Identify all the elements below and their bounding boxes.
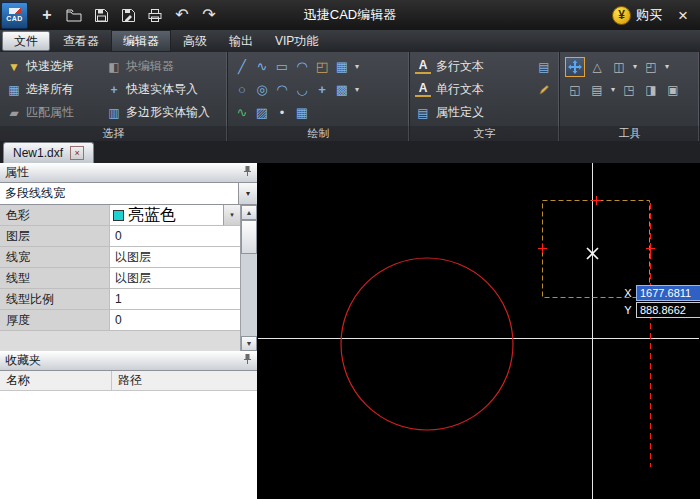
coord-x-input[interactable]: 1677.6811	[636, 285, 700, 301]
tools-dropdown-1-icon[interactable]: ▾	[631, 62, 639, 71]
property-category-value: 多段线线宽	[0, 183, 238, 204]
property-value[interactable]: 1	[110, 289, 240, 309]
table-icon[interactable]: ▦	[293, 103, 311, 122]
property-row-color: 色彩 亮蓝色 ▾	[0, 205, 240, 226]
copy-tool-icon[interactable]: ◰	[641, 57, 661, 77]
buy-button[interactable]: ¥ 购买	[612, 6, 662, 25]
select-all-icon: ▦	[7, 83, 21, 97]
menu-editor[interactable]: 编辑器	[111, 30, 171, 52]
pattern-dropdown-icon[interactable]: ▾	[353, 62, 361, 71]
arc-bottom-icon[interactable]: ◡	[293, 80, 311, 99]
open-folder-icon[interactable]	[63, 4, 85, 26]
singleline-text-label: 单行文本	[436, 81, 484, 98]
coord-x-label: X	[624, 287, 632, 299]
property-value[interactable]: 以图层	[110, 247, 240, 267]
rectangle-icon[interactable]: ▭	[273, 57, 291, 76]
drawing-area[interactable]: X 1677.6811 Y 888.8662	[258, 163, 700, 499]
undo-icon[interactable]: ↶	[171, 4, 193, 26]
app-logo: CAD	[1, 2, 28, 29]
coord-y-input[interactable]: 888.8662	[636, 302, 700, 318]
color-value: 亮蓝色	[128, 205, 176, 226]
ellipse-icon[interactable]: ◎	[253, 80, 271, 99]
favorites-col-path[interactable]: 路径	[112, 371, 257, 390]
property-value[interactable]: 以图层	[110, 268, 240, 288]
document-tab[interactable]: New1.dxf ×	[3, 142, 94, 163]
rotate-tool-icon[interactable]: △	[587, 57, 607, 77]
tools-dropdown-2-icon[interactable]: ▾	[663, 62, 671, 71]
buy-label: 购买	[636, 6, 662, 24]
quick-select-button[interactable]: ▼ 快速选择	[5, 58, 105, 75]
save-icon[interactable]	[90, 4, 112, 26]
offset-tool-icon[interactable]: ◱	[565, 80, 585, 100]
menu-advanced[interactable]: 高级	[172, 30, 218, 52]
edit-text-pencil-icon[interactable]	[534, 84, 554, 96]
scroll-down-icon[interactable]: ▼	[241, 336, 257, 351]
attribute-definition-button[interactable]: ▤ 属性定义	[415, 101, 554, 124]
point-plus-icon[interactable]: +	[313, 80, 331, 99]
redo-icon[interactable]: ↷	[198, 4, 220, 26]
line-icon[interactable]: ╱	[233, 57, 251, 76]
select-all-button[interactable]: ▦ 选择所有	[5, 81, 105, 98]
property-label: 线型	[0, 268, 110, 288]
print-icon[interactable]	[144, 4, 166, 26]
arc-icon[interactable]: ◠	[293, 57, 311, 76]
menu-vip[interactable]: VIP功能	[264, 30, 329, 52]
coordinate-readout: X 1677.6811 Y 888.8662	[624, 285, 700, 319]
block-editor-label: 块编辑器	[126, 58, 174, 75]
property-value[interactable]: 0	[110, 310, 240, 330]
point-icon[interactable]: •	[273, 103, 291, 122]
hatch-fill-icon[interactable]: ▩	[333, 80, 351, 99]
move-tool-icon[interactable]	[565, 57, 585, 77]
red-circle-entity[interactable]	[341, 258, 513, 430]
close-window-icon[interactable]: ×	[678, 7, 688, 24]
logo-text: CAD	[6, 15, 23, 22]
multiline-text-button[interactable]: A 多行文本 ▤	[415, 55, 554, 78]
pin-icon[interactable]	[243, 165, 252, 180]
property-label: 色彩	[0, 205, 110, 225]
block-editor-button[interactable]: ◧ 块编辑器	[105, 58, 225, 75]
scrollbar-thumb[interactable]	[241, 220, 257, 254]
singleline-text-button[interactable]: A 单行文本	[415, 78, 554, 101]
array-tool-icon[interactable]: ▤	[587, 80, 607, 100]
mirror-tool-icon[interactable]: ◫	[609, 57, 629, 77]
pattern-icon[interactable]: ▦	[333, 57, 351, 76]
group-label-tools: 工具	[560, 126, 699, 141]
properties-scrollbar[interactable]: ▲ ▼	[240, 205, 257, 351]
text-style-icon[interactable]: ▤	[534, 60, 554, 74]
color-combo[interactable]: 亮蓝色 ▾	[110, 205, 240, 225]
match-properties-button[interactable]: ▰ 匹配属性	[5, 104, 105, 121]
property-value[interactable]: 0	[110, 226, 240, 246]
color-dropdown-icon[interactable]: ▾	[223, 205, 240, 225]
save-as-icon[interactable]	[117, 4, 139, 26]
color-swatch	[113, 210, 124, 221]
yen-coin-icon: ¥	[612, 6, 631, 25]
circle-icon[interactable]: ○	[233, 80, 251, 99]
explode-tool-icon[interactable]: ◨	[641, 80, 661, 100]
polyline-icon[interactable]: ∿	[253, 57, 271, 76]
arc3point-icon[interactable]: ◠	[273, 80, 291, 99]
scroll-up-icon[interactable]: ▲	[241, 205, 257, 220]
quick-entity-import-button[interactable]: + 快速实体导入	[105, 81, 225, 98]
tools-dropdown-3-icon[interactable]: ▾	[609, 85, 617, 94]
trim-tool-icon[interactable]: ◳	[619, 80, 639, 100]
new-file-icon[interactable]: +	[36, 4, 58, 26]
hatch-dropdown-icon[interactable]: ▾	[353, 85, 361, 94]
favorites-col-name[interactable]: 名称	[0, 371, 112, 390]
property-category-dropdown[interactable]: 多段线线宽 ▾	[0, 183, 257, 205]
chevron-down-icon[interactable]: ▾	[238, 183, 257, 204]
property-row-thickness: 厚度 0	[0, 310, 240, 331]
measure-tool-icon[interactable]: ▣	[663, 80, 683, 100]
spline-icon[interactable]: ∿	[233, 103, 251, 122]
quick-access-toolbar: + ↶ ↷	[36, 4, 220, 26]
menu-file[interactable]: 文件	[2, 31, 50, 51]
menu-output[interactable]: 输出	[218, 30, 264, 52]
insert-block-icon[interactable]: ◰	[313, 57, 331, 76]
multiline-text-label: 多行文本	[436, 58, 484, 75]
multiline-text-icon: A	[415, 59, 431, 74]
favorites-list[interactable]	[0, 391, 257, 499]
hatch-icon[interactable]: ▨	[253, 103, 271, 122]
menu-viewer[interactable]: 查看器	[52, 30, 110, 52]
polygon-entity-input-button[interactable]: ▥ 多边形实体输入	[105, 104, 225, 121]
pin-icon[interactable]	[243, 353, 252, 368]
tab-close-icon[interactable]: ×	[70, 146, 84, 160]
